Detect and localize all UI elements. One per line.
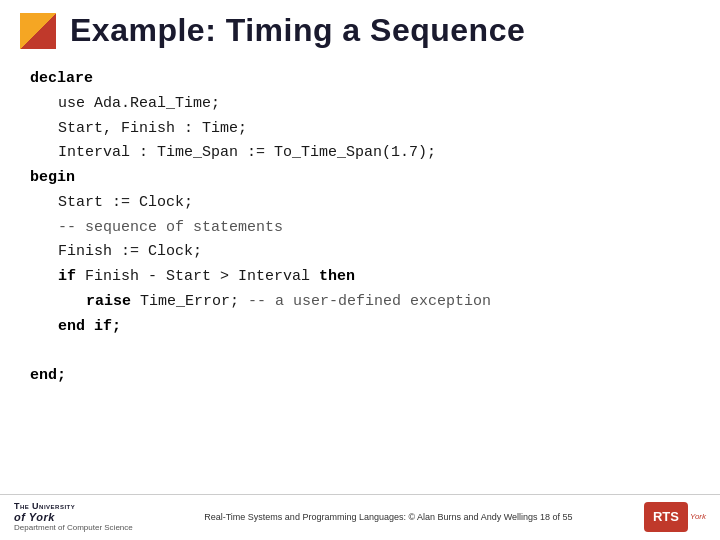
header-accent-icon bbox=[20, 13, 56, 49]
code-line: begin bbox=[30, 166, 690, 191]
footer-logo: The University of York Department of Com… bbox=[14, 501, 133, 532]
footer: The University of York Department of Com… bbox=[0, 494, 720, 532]
university-name: The University of York bbox=[14, 501, 133, 523]
code-line: raise Time_Error; -- a user-defined exce… bbox=[30, 290, 690, 315]
code-line: Finish := Clock; bbox=[30, 240, 690, 265]
department-label: Department of Computer Science bbox=[14, 523, 133, 532]
footer-copyright: Real-Time Systems and Programming Langua… bbox=[133, 512, 644, 522]
code-line: if Finish - Start > Interval then bbox=[30, 265, 690, 290]
code-line: end if; bbox=[30, 315, 690, 340]
code-block: declareuse Ada.Real_Time;Start, Finish :… bbox=[30, 67, 690, 389]
page-title: Example: Timing a Sequence bbox=[70, 12, 525, 49]
main-content: declareuse Ada.Real_Time;Start, Finish :… bbox=[0, 57, 720, 399]
code-line: Start, Finish : Time; bbox=[30, 117, 690, 142]
rts-badge: RTS bbox=[644, 502, 688, 532]
code-line: end; bbox=[30, 364, 690, 389]
code-line: use Ada.Real_Time; bbox=[30, 92, 690, 117]
code-line: declare bbox=[30, 67, 690, 92]
code-line: -- sequence of statements bbox=[30, 216, 690, 241]
rts-logo: RTS York bbox=[644, 502, 706, 532]
code-line: Interval : Time_Span := To_Time_Span(1.7… bbox=[30, 141, 690, 166]
code-line bbox=[30, 339, 690, 364]
header: Example: Timing a Sequence bbox=[0, 0, 720, 57]
rts-york-label: York bbox=[690, 512, 706, 521]
code-line: Start := Clock; bbox=[30, 191, 690, 216]
